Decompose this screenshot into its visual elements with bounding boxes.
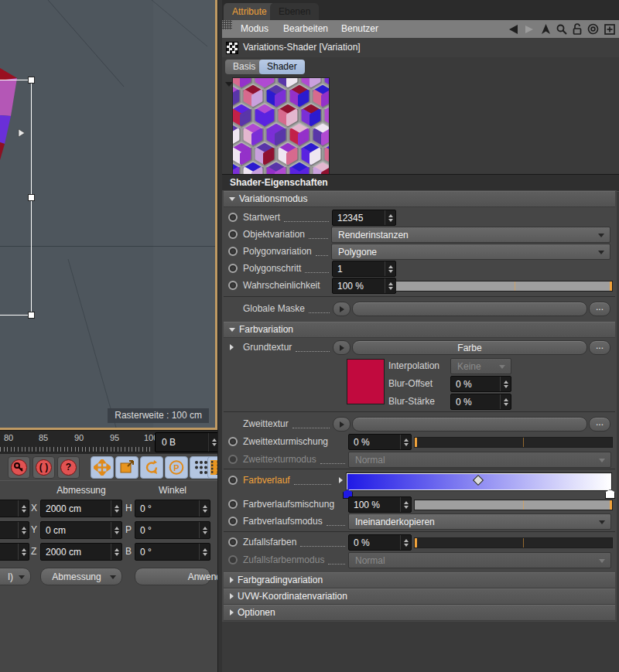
keying-help-button[interactable]: ? [57,456,80,479]
object-title-row: Variations-Shader [Variation] [222,38,619,57]
key-radio-icon [228,455,238,464]
key-radio-icon[interactable] [228,264,238,273]
key-radio-icon[interactable] [228,281,238,290]
key-radio-icon[interactable] [228,230,238,239]
forward-icon[interactable] [525,24,535,35]
slider-handle[interactable] [610,500,612,510]
axis-label-x: X [31,503,37,513]
subtab-basis[interactable]: Basis [225,60,263,74]
up-arrow-icon[interactable] [541,24,551,35]
zweittextur-expand-button[interactable] [333,417,351,432]
apply-button[interactable]: Anwenden [135,568,210,585]
zufallsfarben-field[interactable]: 0 % [348,534,412,551]
target-icon[interactable] [587,23,599,35]
startwert-field[interactable]: 12345 [332,210,396,226]
chevron-down-icon [110,575,116,579]
attribute-manager: Attribute Ebenen Modus Bearbeiten Benutz… [222,0,619,672]
autokey-button[interactable]: ( ) [32,456,55,479]
globale-maske-more-button[interactable]: ... [589,302,610,316]
record-position-toggle[interactable] [91,456,114,479]
size-y-field[interactable]: 0 cm [40,521,122,539]
globale-maske-texture-slot[interactable] [352,302,587,316]
coord-system-dropdown[interactable]: l) [0,568,31,585]
menu-benutzer[interactable]: Benutzer [341,23,378,34]
add-icon[interactable] [604,24,615,35]
blur-staerke-field[interactable]: 0 % [450,394,511,410]
key-radio-icon[interactable] [228,213,238,222]
section-farbvariation[interactable]: Farbvariation [224,322,615,338]
angle-b-field[interactable]: 0 ° [135,543,210,561]
zweittextur-texture-slot[interactable] [352,417,587,432]
selection-handle-top[interactable] [28,77,35,84]
key-radio-icon[interactable] [228,500,238,509]
key-radio-icon[interactable] [228,517,238,526]
blur-offset-field[interactable]: 0 % [450,376,511,392]
back-icon[interactable] [507,24,519,35]
viewport[interactable]: Rasterweite : 100 cm [0,0,217,430]
size-mode-dropdown[interactable]: Abmessung [40,568,122,585]
farbverlaufsmischung-field[interactable]: 100 % [348,496,412,513]
grundtextur-expand-button[interactable] [333,340,351,355]
subtab-shader[interactable]: Shader [259,60,305,74]
polygon-object-mid [0,78,17,116]
grundtextur-farbe-button[interactable]: Farbe [352,340,587,355]
parentheses-icon: ( ) [36,459,52,476]
current-frame-field[interactable]: 0 B [155,432,220,452]
tab-ebenen[interactable]: Ebenen [270,3,319,20]
timeline-ruler[interactable]: 80 85 90 95 100 0 B [0,430,221,454]
angle-h-field[interactable]: 0 ° [135,500,210,517]
row-zweittexturmodus: Zweittexturmodus Normal [222,451,617,468]
section-farbgradingvariation[interactable]: Farbgradingvariation [224,572,615,588]
position-z-field[interactable] [0,543,29,561]
record-key-icon [11,459,27,476]
section-uvw-koordinatenvariation[interactable]: UVW-Koordinatenvariation [224,588,615,605]
section-variationsmodus[interactable]: Variationsmodus [224,191,615,207]
triangle-closed-icon [230,593,234,599]
ruler-tick-label: 80 [4,433,13,442]
menu-bearbeiten[interactable]: Bearbeiten [283,23,328,34]
selection-handle-middle[interactable] [28,194,35,201]
angle-p-field[interactable]: 0 ° [135,521,210,539]
search-icon[interactable] [556,24,567,35]
grip-icon[interactable] [222,20,232,29]
selection-handle-bottom[interactable] [28,312,35,319]
wahrscheinlichkeit-field[interactable]: 100 % [332,278,396,294]
globale-maske-expand-button[interactable] [333,302,351,316]
record-parameter-toggle[interactable]: P [165,456,188,479]
cursor-icon [19,129,25,137]
slider-handle[interactable] [610,281,612,291]
expand-icon[interactable] [230,344,234,350]
position-y-field[interactable] [0,521,29,539]
size-x-field[interactable]: 2000 cm [40,500,122,517]
key-radio-icon[interactable] [228,247,238,256]
key-radio-icon[interactable] [228,537,238,547]
zweittextur-more-button[interactable]: ... [589,417,610,432]
grundtextur-more-button[interactable]: ... [589,340,610,355]
interpolation-dropdown[interactable]: Keine [450,358,511,374]
lock-icon[interactable] [573,23,582,35]
wahrscheinlichkeit-slider[interactable] [395,281,613,292]
record-rotation-toggle[interactable] [140,456,163,479]
zufallsfarben-slider[interactable] [414,537,613,548]
slider-handle[interactable] [415,438,417,447]
slider-handle[interactable] [415,538,417,547]
shader-preview[interactable] [232,77,330,175]
polygonschritt-field[interactable]: 1 [332,261,396,277]
section-optionen[interactable]: Optionen [224,605,615,621]
polygonvariation-dropdown[interactable]: Polygone [331,244,610,260]
zweittexturmischung-field[interactable]: 0 % [348,434,412,450]
farbverlaufsmischung-slider[interactable] [414,500,613,510]
objektvariation-dropdown[interactable]: Renderinstanzen [331,227,610,243]
expand-icon[interactable] [339,477,343,483]
key-radio-icon[interactable] [228,476,238,485]
menu-modus[interactable]: Modus [241,23,268,34]
tab-attribute[interactable]: Attribute [224,3,275,20]
position-x-field[interactable] [0,500,29,517]
record-scale-toggle[interactable] [115,456,139,479]
key-radio-icon[interactable] [228,437,238,446]
size-z-field[interactable]: 2000 cm [40,543,122,561]
record-key-button[interactable] [8,456,30,479]
axis-label-y: Y [31,524,37,535]
zweittexturmischung-slider[interactable] [414,437,613,448]
farbverlaufsmodus-dropdown[interactable]: Ineinanderkopieren [348,513,611,530]
